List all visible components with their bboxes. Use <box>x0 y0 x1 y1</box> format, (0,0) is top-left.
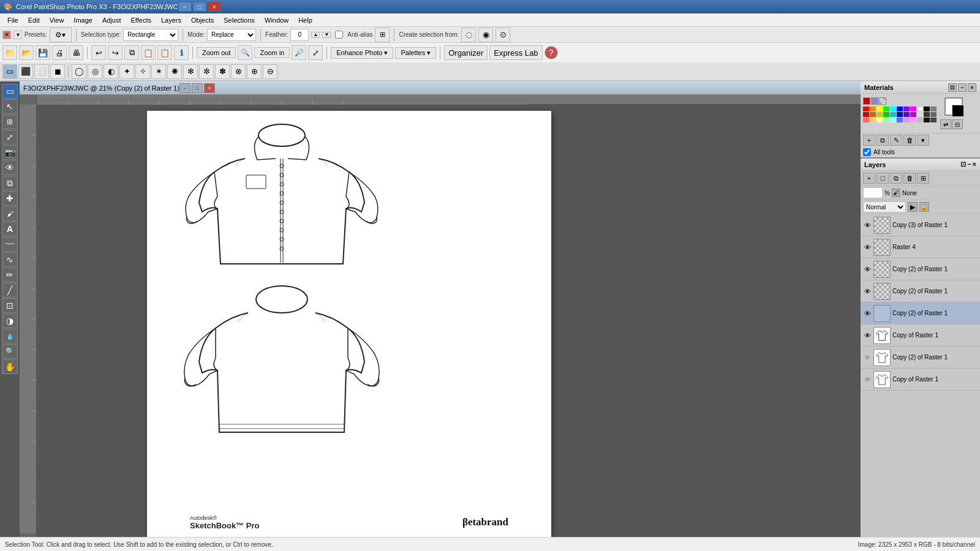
tool-crop[interactable]: ⊞ <box>2 114 18 129</box>
undo-btn[interactable]: ↩ <box>91 45 106 60</box>
menu-layers[interactable]: Layers <box>156 15 186 25</box>
organizer-btn[interactable]: Organizer <box>444 45 488 60</box>
swatch-lightgray2[interactable] <box>917 118 923 122</box>
swatch-darkgray2[interactable] <box>930 118 937 122</box>
feather-up[interactable]: ▲ <box>311 32 320 38</box>
airbrush-btn[interactable]: ✶ <box>151 64 166 79</box>
close-button[interactable]: × <box>208 2 221 12</box>
layers-min-btn[interactable]: − <box>967 160 971 168</box>
swatch-white[interactable] <box>917 107 923 111</box>
gradient-btn[interactable] <box>871 97 878 105</box>
info-btn[interactable]: ℹ <box>174 45 189 60</box>
all-tools-checkbox[interactable] <box>863 148 871 156</box>
menu-edit[interactable]: Edit <box>23 15 45 25</box>
mat-new-btn[interactable]: + <box>863 135 875 146</box>
swatch-darkviolet[interactable] <box>903 112 910 117</box>
warp-btn[interactable]: ✺ <box>167 64 182 79</box>
tool-paint[interactable]: 🖌 <box>2 206 18 221</box>
swatch-darkmagenta[interactable] <box>910 112 916 117</box>
swatch-lightviolet[interactable] <box>903 118 910 122</box>
save-btn[interactable]: 💾 <box>36 45 50 60</box>
select-tool-btn[interactable]: ▭ <box>2 64 17 79</box>
feather-input[interactable] <box>290 29 309 41</box>
paste-btn[interactable]: 📋 <box>141 45 156 60</box>
layer-merge-btn[interactable]: ⊞ <box>917 173 929 184</box>
create-sel-btn1[interactable]: ◌ <box>461 28 476 42</box>
swatch-darkyellow[interactable] <box>876 112 883 117</box>
layer-item[interactable]: 👁 Copy of Raster 1 <box>861 369 980 391</box>
layer-item[interactable]: 👁 Copy (2) of Raster 1 <box>861 258 980 280</box>
zoom-expand-btn[interactable]: ⤢ <box>308 45 323 60</box>
mode-select[interactable]: Replace <box>207 29 256 41</box>
move-tool-btn[interactable]: ⬛ <box>18 64 33 79</box>
mat-menu-btn[interactable]: ▾ <box>917 135 929 146</box>
swatch-midgray[interactable] <box>930 112 937 117</box>
layer-vis-3[interactable]: 👁 <box>863 265 872 274</box>
swatch-darkred[interactable] <box>863 112 869 117</box>
swatch-lightgray[interactable] <box>917 112 923 117</box>
restore-button[interactable]: □ <box>193 2 206 12</box>
zoom-out-btn[interactable]: Zoom out <box>197 47 236 58</box>
paintbrush-btn[interactable]: ◐ <box>104 64 118 79</box>
swatch-gray[interactable] <box>930 107 937 111</box>
layer-delete-btn[interactable]: 🗑 <box>903 173 916 184</box>
freehand-btn[interactable]: ⬜ <box>34 64 49 79</box>
swatch-black[interactable] <box>924 107 930 111</box>
swatch-magenta[interactable] <box>910 107 916 111</box>
red-eye-btn[interactable]: ⊗ <box>231 64 246 79</box>
tool-text[interactable]: A <box>2 222 18 236</box>
swatch-darkblue[interactable] <box>897 112 903 117</box>
sharpen-btn[interactable]: ✽ <box>215 64 230 79</box>
swatch-green[interactable] <box>883 107 889 111</box>
opacity-paint-btn[interactable]: 🖌 <box>892 189 900 197</box>
anti-alias-checkbox[interactable] <box>335 31 343 39</box>
tool-color-dropper[interactable]: 💧 <box>2 329 18 343</box>
mat-delete-btn[interactable]: 🗑 <box>903 135 916 146</box>
menu-help[interactable]: Help <box>293 15 317 25</box>
swatch-blue[interactable] <box>897 107 903 111</box>
menu-window[interactable]: Window <box>260 15 293 25</box>
swatch-yellow[interactable] <box>876 107 883 111</box>
layer-new-btn[interactable]: + <box>863 173 875 184</box>
layer-vis-7[interactable]: 👁 <box>863 353 872 362</box>
menu-file[interactable]: File <box>2 15 23 25</box>
tool-pan[interactable]: ✋ <box>2 359 18 374</box>
doc-restore[interactable]: □ <box>192 83 203 93</box>
layer-item-active[interactable]: 👁 Copy (2) of Raster 1 <box>861 302 980 324</box>
create-sel-btn3[interactable]: ⊙ <box>496 28 510 42</box>
minimize-button[interactable]: − <box>178 2 192 12</box>
tool-line[interactable]: ╱ <box>2 283 18 298</box>
tool-liquify[interactable]: ∿ <box>2 252 18 267</box>
tool-zoom[interactable]: 🔍 <box>2 344 18 359</box>
swatch-lightblue[interactable] <box>897 118 903 122</box>
tool-vector[interactable]: ✏ <box>2 268 18 282</box>
object2-btn[interactable]: ⊖ <box>263 64 277 79</box>
swatch-lightyellow[interactable] <box>876 118 883 122</box>
layer-vis-5[interactable]: 👁 <box>863 309 872 318</box>
tool-pick[interactable]: ↖ <box>2 99 18 114</box>
doc-minimize[interactable]: − <box>179 83 190 93</box>
express-lab-btn[interactable]: Express Lab <box>489 45 542 60</box>
foreground-swatch[interactable] <box>944 97 963 116</box>
layer-item[interactable]: 👁 Copy (2) of Raster 1 <box>861 280 980 302</box>
layers-float-btn[interactable]: ⊡ <box>960 160 966 168</box>
folder-btn[interactable]: 📂 <box>19 45 34 60</box>
blend-mode-select[interactable]: Normal Dissolve Multiply Screen <box>863 201 906 212</box>
layers-close-btn[interactable]: × <box>973 160 976 168</box>
selection-type-select[interactable]: Rectangle <box>123 29 178 41</box>
close-small-button[interactable]: ✕ <box>2 31 11 39</box>
layer-vis-6[interactable]: 👁 <box>863 331 872 340</box>
create-sel-btn2[interactable]: ◉ <box>478 28 493 42</box>
swap-colors-btn[interactable]: ⇄ <box>940 119 951 129</box>
tool-selection[interactable]: ▭ <box>2 84 18 99</box>
arrow-small-button[interactable]: ▾ <box>13 31 22 39</box>
default-colors-btn[interactable]: ⊟ <box>952 119 963 129</box>
print-btn[interactable]: 🖶 <box>69 45 83 60</box>
doc-close[interactable]: × <box>204 83 215 93</box>
feather-down[interactable]: ▼ <box>322 32 331 38</box>
swatch-darkcyan[interactable] <box>890 112 896 117</box>
layer-vis-8[interactable]: 👁 <box>863 375 872 384</box>
tool-color-replacer[interactable]: ◑ <box>2 313 18 328</box>
layer-vis-4[interactable]: 👁 <box>863 287 872 296</box>
sel-from-btn1[interactable]: ⊞ <box>375 28 390 42</box>
